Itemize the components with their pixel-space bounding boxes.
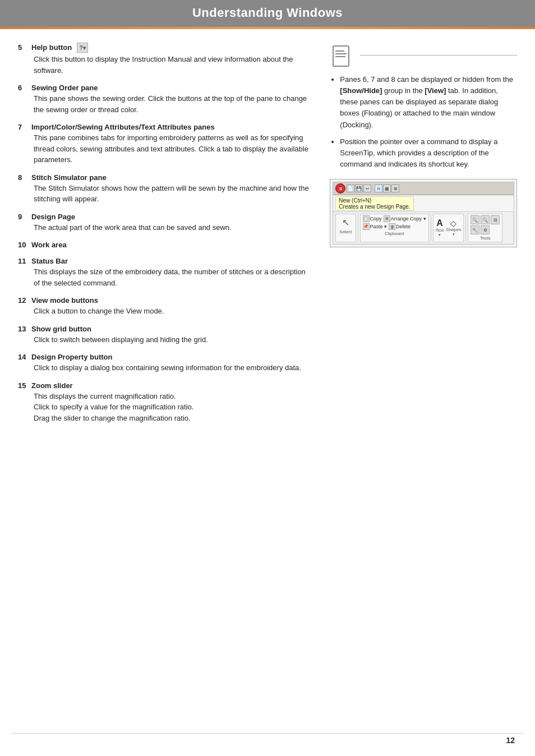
section-6-heading: Sewing Order pane (31, 84, 98, 92)
section-5-number: 5 (18, 43, 28, 52)
section-14-title: 14 Design Property button (18, 353, 312, 361)
left-column: 5 Help button ?▾ Click this button to di… (18, 43, 312, 431)
section-7-title: 7 Import/Color/Sewing Attributes/Text At… (18, 123, 312, 131)
shapes-btn: ◇ Shapes ▾ (446, 219, 461, 237)
svg-rect-1 (335, 50, 344, 52)
section-9-heading: Design Page (31, 213, 75, 221)
section-10-title: 10 Work area (18, 241, 312, 249)
content-area: 5 Help button ?▾ Click this button to di… (0, 29, 535, 445)
section-8-heading: Stitch Simulator pane (31, 173, 107, 182)
toolbar-icon-1: 📄 (347, 185, 354, 192)
section-15-number: 15 (18, 381, 28, 390)
select-icon: ↖ (339, 215, 352, 229)
toolbar-icons: 📄 💾 ↩ N ▦ ⊞ (347, 185, 399, 192)
toolbar-icon-4: ▦ (383, 185, 391, 192)
clipboard-group: 📋 Copy ⊞ Arrange Copy ▾ 📌 Paste (360, 214, 429, 242)
section-11-title: 11 Status Bar (18, 257, 312, 265)
section-12-body: Click a button to change the View mode. (18, 306, 312, 317)
bullet-1: Panes 6, 7 and 8 can be displayed or hid… (340, 74, 517, 131)
section-12-title: 12 View mode buttons (18, 296, 312, 305)
note-icon (330, 44, 354, 68)
section-7-heading: Import/Color/Sewing Attributes/Text Attr… (31, 123, 215, 131)
section-5-title: 5 Help button ?▾ (18, 43, 312, 53)
screenshot-toolbar: S 📄 💾 ↩ N ▦ ⊞ (333, 182, 514, 195)
section-10-number: 10 (18, 241, 28, 249)
select-group: ↖ Select (335, 214, 356, 242)
section-5-body: Click this button to display the Instruc… (18, 54, 312, 76)
screenshot-ribbon: ↖ Select 📋 Copy ⊞ A (333, 211, 514, 244)
section-13-title: 13 Show grid button (18, 325, 312, 333)
text-shapes-group: A Text ▾ ◇ Shapes ▾ (433, 214, 464, 242)
show-hide-label: [Show/Hide] (340, 86, 382, 95)
section-15: 15 Zoom slider This displays the current… (18, 381, 312, 424)
section-9-title: 9 Design Page (18, 213, 312, 221)
section-6: 6 Sewing Order pane This pane shows the … (18, 84, 312, 115)
section-10-heading: Work area (31, 241, 67, 249)
section-15-heading: Zoom slider (31, 381, 73, 390)
section-14-heading: Design Property button (31, 353, 112, 361)
tools-label: Tools (471, 236, 500, 241)
toolbar-icon-2: 💾 (355, 185, 363, 192)
select-label: Select (339, 229, 352, 234)
toolbar-icon-5: ⊞ (391, 185, 399, 192)
clipboard-top-row: 📋 Copy ⊞ Arrange Copy ▾ (363, 215, 426, 222)
bullet-2: Position the pointer over a command to d… (340, 136, 517, 170)
page-title: Understanding Windows (0, 6, 535, 20)
clipboard-label: Clipboard (363, 231, 426, 236)
note-header (330, 43, 517, 68)
right-column: Panes 6, 7 and 8 can be displayed or hid… (330, 43, 517, 431)
tools-icon-3: ⊟ (491, 215, 500, 224)
section-12: 12 View mode buttons Click a button to c… (18, 296, 312, 317)
clipboard-bottom-row: 📌 Paste ▾ 🗑 Delete (363, 223, 426, 230)
tools-icon-5: ⚙ (481, 225, 490, 234)
section-6-number: 6 (18, 84, 28, 92)
screenshot-tooltip: New (Ctrl+N) Creates a new Design Page. (335, 196, 413, 211)
bottom-divider (11, 733, 524, 734)
section-9-number: 9 (18, 213, 28, 221)
text-btn: A Text ▾ (436, 219, 444, 237)
screenshot-tooltip-area: New (Ctrl+N) Creates a new Design Page. (333, 195, 514, 211)
tooltip-line1: New (Ctrl+N) (339, 197, 371, 204)
section-5-heading: Help button (31, 43, 72, 52)
toolbar-spacer (372, 185, 374, 192)
tools-icon-2: 🔍 (481, 215, 490, 224)
section-7-body: This pane combines tabs for importing em… (18, 132, 312, 165)
tools-top-row: 🔍 🔍 ⊟ (471, 215, 500, 224)
section-11-body: This displays the size of the embroidery… (18, 266, 312, 288)
tools-icon-1: 🔍 (471, 215, 479, 224)
screenshot-box: S 📄 💾 ↩ N ▦ ⊞ New (Ctrl+N) (330, 179, 517, 247)
toolbar-icon-new: N (375, 185, 382, 192)
tools-bottom-row: 🔧 ⚙ (471, 225, 500, 234)
section-14-number: 14 (18, 353, 28, 361)
section-8: 8 Stitch Simulator pane The Stitch Simul… (18, 173, 312, 205)
help-button-icon: ?▾ (77, 43, 88, 53)
section-6-body: This pane shows the sewing order. Click … (18, 93, 312, 115)
toolbar-icon-3: ↩ (363, 185, 371, 192)
section-13-body: Click to switch between displaying and h… (18, 334, 312, 345)
section-9-body: The actual part of the work area that ca… (18, 222, 312, 233)
section-12-heading: View mode buttons (31, 296, 98, 305)
paste-btn: 📌 Paste ▾ (363, 223, 388, 230)
section-11-number: 11 (18, 257, 28, 265)
section-11-heading: Status Bar (31, 257, 68, 265)
svg-rect-2 (335, 53, 347, 54)
section-15-body: This displays the current magnification … (18, 391, 312, 424)
section-7-number: 7 (18, 123, 28, 131)
section-11: 11 Status Bar This displays the size of … (18, 257, 312, 288)
section-14-body: Click to display a dialog box containing… (18, 362, 312, 374)
right-column-bullets: Panes 6, 7 and 8 can be displayed or hid… (330, 74, 517, 170)
screenshot-inner: S 📄 💾 ↩ N ▦ ⊞ New (Ctrl+N) (333, 182, 514, 245)
section-10: 10 Work area (18, 241, 312, 249)
section-8-number: 8 (18, 173, 28, 182)
copy-btn: 📋 Copy (363, 215, 382, 222)
view-tab-label: [View] (425, 86, 446, 95)
section-15-title: 15 Zoom slider (18, 381, 312, 390)
ribbon-sep-3 (465, 215, 466, 241)
ribbon-sep-1 (358, 215, 358, 241)
page-number: 12 (506, 736, 515, 745)
section-13-number: 13 (18, 325, 28, 333)
section-13-heading: Show grid button (31, 325, 91, 333)
section-5: 5 Help button ?▾ Click this button to di… (18, 43, 312, 76)
ribbon-sep-2 (431, 215, 431, 241)
section-8-title: 8 Stitch Simulator pane (18, 173, 312, 182)
